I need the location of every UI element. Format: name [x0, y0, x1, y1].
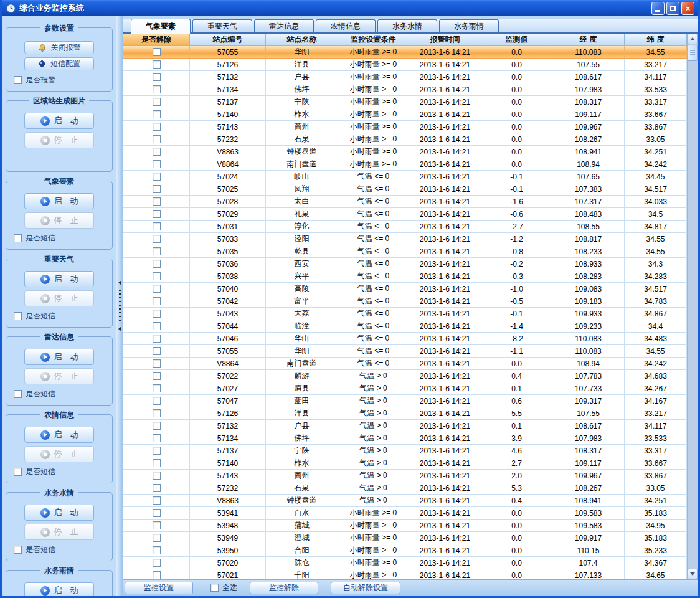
- scroll-up-button[interactable]: [688, 34, 698, 44]
- table-row[interactable]: 57035乾县气温 <= 02013-1-6 14:21-0.8108.2333…: [123, 245, 687, 258]
- table-row[interactable]: 57232石泉小时雨量 >= 02013-1-6 14:210.0108.267…: [123, 133, 687, 146]
- release-checkbox[interactable]: [153, 372, 161, 380]
- release-checkbox[interactable]: [153, 422, 161, 430]
- table-row[interactable]: 57055华阴气温 <= 02013-1-6 14:21-1.1110.0833…: [123, 345, 687, 358]
- table-row[interactable]: 57137宁陕小时雨量 >= 02013-1-6 14:210.0108.317…: [123, 96, 687, 108]
- table-row[interactable]: 57134佛坪气温 > 02013-1-6 14:213.9107.98333.…: [123, 432, 687, 445]
- sms-checkbox[interactable]: [14, 546, 22, 554]
- tab-3[interactable]: 农情信息: [316, 19, 376, 32]
- table-row[interactable]: 57024岐山气温 <= 02013-1-6 14:21-0.1107.6534…: [123, 171, 687, 183]
- column-header-5[interactable]: 监测值: [481, 34, 552, 46]
- table-row[interactable]: 57132户县小时雨量 >= 02013-1-6 14:210.0108.617…: [123, 71, 687, 83]
- splitter[interactable]: [116, 16, 123, 596]
- table-row[interactable]: 57134佛坪小时雨量 >= 02013-1-6 14:210.0107.983…: [123, 83, 687, 96]
- release-checkbox[interactable]: [153, 160, 161, 168]
- release-checkbox[interactable]: [153, 60, 161, 69]
- release-checkbox[interactable]: [153, 310, 161, 318]
- select-all-checkbox[interactable]: [210, 584, 219, 592]
- table-row[interactable]: 53941白水小时雨量 >= 02013-1-6 14:210.0109.583…: [123, 507, 687, 520]
- release-checkbox[interactable]: [153, 546, 161, 554]
- release-checkbox[interactable]: [153, 559, 161, 567]
- minimize-button[interactable]: [651, 2, 665, 15]
- release-checkbox[interactable]: [153, 260, 161, 268]
- close-alarm-button[interactable]: 关闭报警: [24, 41, 94, 54]
- sms-checkbox-row[interactable]: 是否短信: [14, 233, 112, 244]
- table-row[interactable]: 57143商州气温 > 02013-1-6 14:212.0109.96733.…: [123, 470, 687, 482]
- table-row[interactable]: 57140柞水气温 > 02013-1-6 14:212.7109.11733.…: [123, 457, 687, 470]
- table-row[interactable]: 53950合阳小时雨量 >= 02013-1-6 14:210.0110.153…: [123, 544, 687, 557]
- release-checkbox[interactable]: [153, 210, 161, 218]
- tab-2[interactable]: 雷达信息: [254, 19, 314, 32]
- auto-release-set-button[interactable]: 自动解除设置: [331, 582, 400, 594]
- table-row[interactable]: 57140柞水小时雨量 >= 02013-1-6 14:210.0109.117…: [123, 108, 687, 121]
- release-checkbox[interactable]: [153, 397, 161, 405]
- sms-checkbox[interactable]: [14, 312, 22, 320]
- release-checkbox[interactable]: [153, 285, 161, 293]
- table-row[interactable]: 57047蓝田气温 > 02013-1-6 14:210.6109.31734.…: [123, 395, 687, 407]
- sms-checkbox[interactable]: [14, 390, 22, 398]
- splitter-grip[interactable]: [119, 290, 121, 322]
- release-checkbox[interactable]: [153, 409, 161, 417]
- release-checkbox[interactable]: [153, 222, 161, 230]
- maximize-button[interactable]: [666, 2, 679, 15]
- table-row[interactable]: 57020陈仓小时雨量 >= 02013-1-6 14:210.0107.434…: [123, 557, 687, 569]
- sms-checkbox-row[interactable]: 是否短信: [14, 544, 112, 555]
- monitor-release-button[interactable]: 监控解除: [250, 582, 318, 594]
- column-header-7[interactable]: 纬 度: [625, 34, 687, 46]
- start-button[interactable]: 启 动: [24, 505, 94, 521]
- release-checkbox[interactable]: [153, 496, 161, 505]
- tab-5[interactable]: 水务雨情: [439, 19, 499, 32]
- sms-checkbox[interactable]: [14, 468, 22, 476]
- table-row[interactable]: 57143商州小时雨量 >= 02013-1-6 14:210.0109.967…: [123, 121, 687, 133]
- release-checkbox[interactable]: [153, 447, 161, 455]
- table-row[interactable]: 57055华阴小时雨量 >= 02013-1-6 14:210.0110.083…: [123, 46, 687, 59]
- release-checkbox[interactable]: [153, 148, 161, 156]
- table-row[interactable]: V8863钟楼盘道气温 > 02013-1-6 14:210.4108.9413…: [123, 495, 687, 507]
- table-row[interactable]: V8864南门盘道气温 <= 02013-1-6 14:210.0108.943…: [123, 358, 687, 370]
- alarm-checkbox-row[interactable]: 是否报警: [14, 75, 112, 85]
- table-row[interactable]: 57033泾阳气温 <= 02013-1-6 14:21-1.2108.8173…: [123, 233, 687, 245]
- release-checkbox[interactable]: [153, 135, 161, 143]
- release-checkbox[interactable]: [153, 85, 161, 93]
- tab-1[interactable]: 重要天气: [192, 19, 252, 32]
- table-row[interactable]: 57044临潼气温 <= 02013-1-6 14:21-1.4109.2333…: [123, 320, 687, 333]
- start-button[interactable]: 启 动: [24, 193, 94, 209]
- release-checkbox[interactable]: [153, 521, 161, 529]
- table-row[interactable]: 57027眉县气温 > 02013-1-6 14:210.1107.73334.…: [123, 382, 687, 395]
- release-checkbox[interactable]: [153, 123, 161, 131]
- table-row[interactable]: 57021千阳小时雨量 >= 02013-1-6 14:210.0107.133…: [123, 569, 687, 579]
- release-checkbox[interactable]: [153, 197, 161, 206]
- table-row[interactable]: 57126洋县小时雨量 >= 02013-1-6 14:210.0107.553…: [123, 59, 687, 71]
- release-checkbox[interactable]: [153, 347, 161, 355]
- release-checkbox[interactable]: [153, 272, 161, 280]
- release-checkbox[interactable]: [153, 534, 161, 542]
- start-button[interactable]: 启 动: [24, 427, 94, 443]
- collapse-left-arrow-icon[interactable]: [118, 327, 121, 331]
- table-row[interactable]: 57232石泉气温 > 02013-1-6 14:215.3108.26733.…: [123, 482, 687, 495]
- release-checkbox[interactable]: [153, 297, 161, 305]
- release-checkbox[interactable]: [153, 48, 161, 56]
- release-checkbox[interactable]: [153, 322, 161, 330]
- release-checkbox[interactable]: [153, 571, 161, 579]
- column-header-0[interactable]: 是否解除: [123, 34, 190, 46]
- table-row[interactable]: 57137宁陕气温 > 02013-1-6 14:214.6108.31733.…: [123, 445, 687, 457]
- scroll-down-button[interactable]: [688, 569, 698, 579]
- release-checkbox[interactable]: [153, 185, 161, 193]
- release-checkbox[interactable]: [153, 384, 161, 392]
- start-button[interactable]: 启 动: [24, 113, 94, 129]
- column-header-3[interactable]: 监控设置条件: [338, 34, 409, 46]
- release-checkbox[interactable]: [153, 359, 161, 368]
- table-row[interactable]: 57031淳化气温 <= 02013-1-6 14:21-2.7108.5534…: [123, 221, 687, 233]
- stop-button[interactable]: 停 止: [24, 132, 94, 148]
- sms-checkbox-row[interactable]: 是否短信: [14, 389, 112, 399]
- table-row[interactable]: 57025凤翔气温 <= 02013-1-6 14:21-0.1107.3833…: [123, 183, 687, 196]
- table-row[interactable]: 57043大荔气温 <= 02013-1-6 14:21-0.1109.9333…: [123, 308, 687, 320]
- sms-config-button[interactable]: 短信配置: [24, 57, 94, 70]
- release-checkbox[interactable]: [153, 484, 161, 492]
- tab-4[interactable]: 水务水情: [377, 19, 437, 32]
- sms-checkbox-row[interactable]: 是否短信: [14, 467, 112, 477]
- collapse-left-arrow-icon[interactable]: [118, 281, 121, 285]
- release-checkbox[interactable]: [153, 434, 161, 442]
- stop-button[interactable]: 停 止: [24, 524, 94, 540]
- release-checkbox[interactable]: [153, 335, 161, 343]
